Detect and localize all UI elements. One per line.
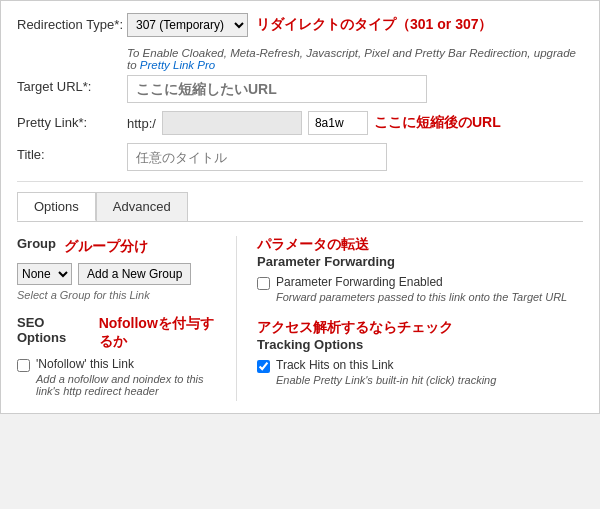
group-helper: Select a Group for this Link [17,289,216,301]
tracking-annotation-jp: アクセス解析するならチェック [257,319,583,337]
param-annotation-jp: パラメータの転送 [257,236,583,254]
pretty-link-pro-link[interactable]: Pretty Link Pro [140,59,215,71]
redirection-type-row: Redirection Type*: 307 (Temporary) 301 (… [17,13,583,71]
divider [17,181,583,182]
tab-right: パラメータの転送 Parameter Forwarding Parameter … [237,236,583,401]
redirection-annotation: リダイレクトのタイプ（301 or 307） [256,16,493,34]
tracking-label: Tracking Options [257,337,583,352]
tracking-checkbox-sub: Enable Pretty Link's built-in hit (click… [276,374,496,386]
redirection-content: 307 (Temporary) 301 (Permanent) リダイレクトのタ… [127,13,583,71]
pretty-link-http: http:/ [127,116,156,131]
group-controls: None Add a New Group [17,263,216,285]
pretty-link-domain-input[interactable] [162,111,302,135]
pretty-link-annotation: ここに短縮後のURL [374,114,501,132]
pretty-link-label: Pretty Link*: [17,111,127,130]
target-url-row: Target URL*: [17,75,583,103]
target-url-label: Target URL*: [17,75,127,94]
nofollow-checkbox[interactable] [17,359,30,372]
add-group-button[interactable]: Add a New Group [78,263,191,285]
param-checkbox-sub: Forward parameters passed to this link o… [276,291,567,303]
target-url-input[interactable] [127,75,427,103]
seo-annotation: Nofollowを付与するか [99,315,216,351]
seo-label: SEO Options [17,315,83,345]
title-row: Title: [17,143,583,171]
param-label: Parameter Forwarding [257,254,583,269]
param-checkbox-row: Parameter Forwarding Enabled Forward par… [257,275,583,303]
tracking-checkbox[interactable] [257,360,270,373]
nofollow-row: 'Nofollow' this Link Add a nofollow and … [17,357,216,397]
param-checkbox-label: Parameter Forwarding Enabled [276,275,567,289]
redirection-note: To Enable Cloaked, Meta-Refresh, Javascr… [127,47,583,71]
title-label: Title: [17,143,127,162]
group-title-row: Group グループ分け [17,236,216,257]
tabs: Options Advanced [17,192,583,222]
tracking-section: アクセス解析するならチェック Tracking Options Track Hi… [257,319,583,386]
pretty-link-inner: http:/ ここに短縮後のURL [127,111,583,135]
tab-content: Group グループ分け None Add a New Group Select… [17,236,583,401]
group-label: Group [17,236,56,251]
param-title: パラメータの転送 Parameter Forwarding [257,236,583,269]
seo-title-row: SEO Options Nofollowを付与するか [17,315,216,351]
nofollow-sub: Add a nofollow and noindex to this link'… [36,373,216,397]
tab-left: Group グループ分け None Add a New Group Select… [17,236,237,401]
tracking-checkbox-label: Track Hits on this Link [276,358,496,372]
main-container: Redirection Type*: 307 (Temporary) 301 (… [0,0,600,414]
param-forwarding-checkbox[interactable] [257,277,270,290]
tab-options[interactable]: Options [17,192,96,221]
seo-section: SEO Options Nofollowを付与するか 'Nofollow' th… [17,315,216,397]
pretty-link-content: http:/ ここに短縮後のURL [127,111,583,135]
param-section: パラメータの転送 Parameter Forwarding Parameter … [257,236,583,303]
pretty-link-row: Pretty Link*: http:/ ここに短縮後のURL [17,111,583,135]
tracking-checkbox-row: Track Hits on this Link Enable Pretty Li… [257,358,583,386]
tab-advanced[interactable]: Advanced [96,192,188,221]
target-url-content [127,75,583,103]
title-input[interactable] [127,143,387,171]
tracking-title: アクセス解析するならチェック Tracking Options [257,319,583,352]
pretty-link-slug-input[interactable] [308,111,368,135]
title-content [127,143,583,171]
group-select[interactable]: None [17,263,72,285]
redirection-select[interactable]: 307 (Temporary) 301 (Permanent) [127,13,248,37]
nofollow-label: 'Nofollow' this Link [36,357,216,371]
redirection-label: Redirection Type*: [17,13,127,32]
group-annotation: グループ分け [64,238,148,256]
